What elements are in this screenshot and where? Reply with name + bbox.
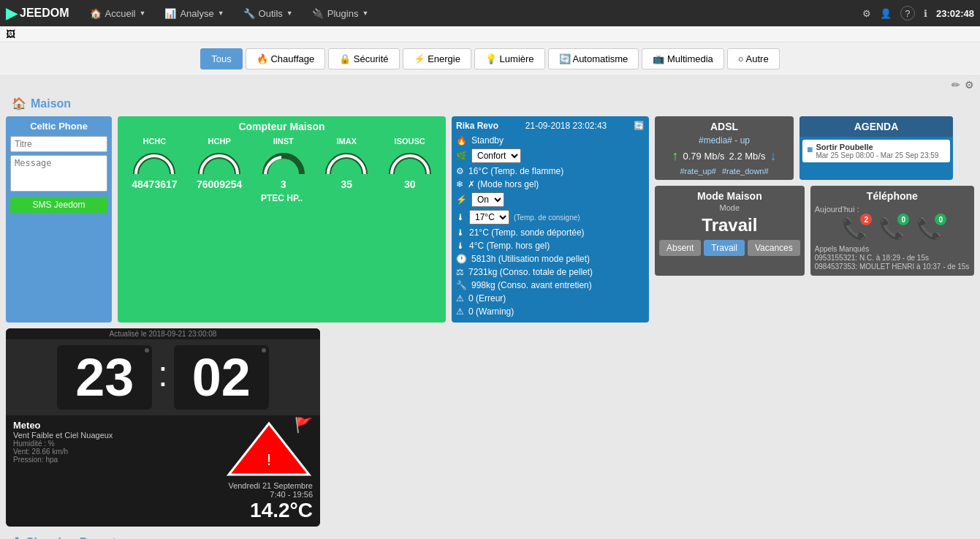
clock-day: Vendredi 21 Septembre (228, 481, 313, 490)
mode-maison-widget: Mode Maison Mode Travail Absent Travail … (655, 186, 805, 276)
phone-calls-list: Appels Manqués 0953155321: N.C. à 18:29 … (815, 245, 970, 271)
question-icon[interactable]: ? (900, 6, 915, 20)
fire-icon: 🔥 (456, 135, 467, 146)
nav-time: 23:02:48 (936, 8, 974, 19)
filter-lumiere[interactable]: 💡 Lumière (474, 48, 545, 69)
chevron-down-icon: ▼ (286, 10, 293, 17)
incoming-calls: 📞 0 (916, 216, 942, 241)
rika-bolt-icon: ⚡ (456, 195, 467, 205)
rika-confort-select[interactable]: Confort (471, 148, 521, 163)
telephone-title: Téléphone (815, 190, 970, 202)
nav-plugins[interactable]: 🔌 Plugins ▼ (303, 5, 378, 22)
filter-tous[interactable]: Tous (200, 48, 242, 69)
telephone-today: Aujourd'hui : (815, 205, 970, 214)
gauge-isousc (388, 148, 432, 176)
maison-section-title: 🏠 Maison (6, 94, 974, 113)
pencil-icon[interactable]: ✏ (951, 79, 960, 91)
adsl-widget: ADSL #media# - up ↑ 0.79 Mb/s 2.2 Mb/s ↓… (655, 116, 794, 180)
svg-text:!: ! (267, 451, 271, 469)
nav-outils[interactable]: 🔧 Outils ▼ (235, 5, 302, 22)
rika-standby: 🔥 Standby (456, 134, 645, 147)
incoming-badge: 0 (935, 214, 946, 225)
flip-corner-hour (145, 348, 149, 353)
rika-wrench-icon: 🔧 (456, 280, 467, 290)
maison-icon: 🏠 (12, 97, 26, 110)
nav-accueil[interactable]: 🏠 Accueil ▼ (81, 5, 155, 22)
celtic-phone-message-input[interactable] (10, 155, 107, 192)
rika-settings-icon: ⚙ (456, 166, 464, 176)
right-column: ADSL #media# - up ↑ 0.79 Mb/s 2.2 Mb/s ↓… (655, 116, 974, 323)
clock-updated: Actualisé le 2018-09-21 23:00:08 (6, 328, 320, 339)
ptec: PTEC HP.. (122, 193, 441, 203)
agenda-widget: AGENDA ■ Sortir Poubelle Mar 25 Sep 08:0… (799, 116, 953, 180)
chambre-section: ⬇ Chambre Parents Sonde Chambre Parents … (6, 532, 974, 539)
sms-jeedom-button[interactable]: SMS Jeedom (10, 197, 107, 213)
filter-securite[interactable]: 🔒 Sécurité (328, 48, 399, 69)
rika-temp-select[interactable]: 17°C (469, 210, 509, 225)
wind: Vent: 28.66 km/h (13, 448, 113, 456)
compteur-title: Compteur Maison (122, 121, 441, 132)
clock-widget: Actualisé le 2018-09-21 23:00:08 23 : 02… (6, 328, 320, 527)
nav-analyse[interactable]: 📊 Analyse ▼ (156, 5, 232, 22)
rika-on-select[interactable]: On (471, 192, 504, 207)
clock-hour: 23 (57, 345, 152, 410)
vacances-button[interactable]: Vacances (748, 240, 800, 256)
adsl-rates: #rate_up# #rate_down# (659, 167, 789, 176)
filter-energie[interactable]: ⚡ Energie (403, 48, 471, 69)
flip-corner-minute (262, 348, 266, 353)
toolbar: ✏ ⚙ (0, 76, 980, 94)
top-row: Celtic Phone SMS Jeedom Compteur Maison … (6, 116, 974, 323)
refresh-icon[interactable]: 🔄 (634, 121, 645, 131)
gear-icon[interactable]: ⚙ (862, 8, 871, 19)
rika-temp-sonde: 🌡 21°C (Temp. sonde déportée) (456, 226, 645, 239)
compteur-maison-widget: Compteur Maison HCHC 48473617 HCHP (118, 116, 446, 323)
compteur-col-imax: IMAX 35 (324, 137, 368, 190)
rika-erreur: ⚠ 0 (Erreur) (456, 292, 645, 305)
rika-warning: ⚠ 0 (Warning) (456, 305, 645, 318)
rika-conso-entretien: 🔧 998kg (Conso. avant entretien) (456, 279, 645, 292)
clock-display: 23 : 02 (6, 339, 320, 415)
compteur-col-hchp: HCHP 76009254 (197, 137, 242, 190)
info-icon[interactable]: ℹ (924, 8, 927, 19)
filter-multimedia[interactable]: 📺 Multimedia (642, 48, 723, 69)
absent-button[interactable]: Absent (659, 240, 701, 256)
up-arrow-icon: ↑ (672, 148, 679, 164)
filter-bar: Tous 🔥 Chauffage 🔒 Sécurité ⚡ Energie 💡 … (0, 42, 980, 76)
clock-temp: 14.2°C (228, 499, 313, 522)
rika-on: ⚡ On (456, 191, 645, 208)
agenda-title: AGENDA (799, 116, 953, 137)
filter-automatisme[interactable]: 🔄 Automatisme (548, 48, 639, 69)
user-icon[interactable]: 👤 (880, 8, 892, 19)
compteur-col-isousc: ISOUSC 30 (388, 137, 432, 190)
tools-icon: 🔧 (243, 8, 255, 19)
settings-icon[interactable]: ⚙ (965, 79, 974, 91)
rika-hg-icon: 🌡 (456, 241, 465, 251)
chambre-section-title: ⬇ Chambre Parents (6, 532, 974, 539)
hchp-value: 76009254 (197, 178, 242, 190)
adsl-speeds: ↑ 0.79 Mb/s 2.2 Mb/s ↓ (659, 148, 789, 164)
adsl-download: 2.2 Mb/s (729, 151, 766, 162)
hchc-value: 48473617 (132, 178, 177, 190)
travail-button[interactable]: Travail (704, 240, 745, 256)
call-entry-1: 0953155321: N.C. à 18:29 - de 15s (815, 254, 970, 262)
compteur-cols: HCHC 48473617 HCHP 76009254 (122, 137, 441, 190)
gauge-iinst (262, 148, 305, 176)
mode-maison-title: Mode Maison (659, 190, 800, 202)
event-dot: ■ (807, 143, 813, 159)
rika-confort: 🌿 Confort (456, 147, 645, 165)
filter-autre[interactable]: ○ Autre (727, 48, 780, 69)
filter-chauffage[interactable]: 🔥 Chauffage (246, 48, 325, 69)
adsl-media: #media# - up (659, 135, 789, 146)
clock-time-range: 7:40 - 19:56 (228, 490, 313, 499)
image-icon: 🖼 (6, 29, 15, 39)
home-icon: 🏠 (90, 8, 102, 19)
nav-right: ⚙ 👤 ? ℹ 23:02:48 (862, 6, 974, 20)
celtic-phone-titre-input[interactable] (10, 136, 107, 152)
rika-leaf-icon: 🌿 (456, 151, 467, 161)
rika-temp-icon: 🌡 (456, 212, 465, 222)
clock-minute: 02 (174, 345, 269, 410)
rika-temp-flamme: ⚙ 16°C (Temp. de flamme) (456, 165, 645, 178)
celtic-phone-widget: Celtic Phone SMS Jeedom (6, 116, 112, 323)
clock-meteo-left: Meteo Vent Faible et Ciel Nuageux Humidi… (13, 420, 113, 464)
main-content: 🏠 Maison Celtic Phone SMS Jeedom Compteu… (0, 94, 980, 539)
